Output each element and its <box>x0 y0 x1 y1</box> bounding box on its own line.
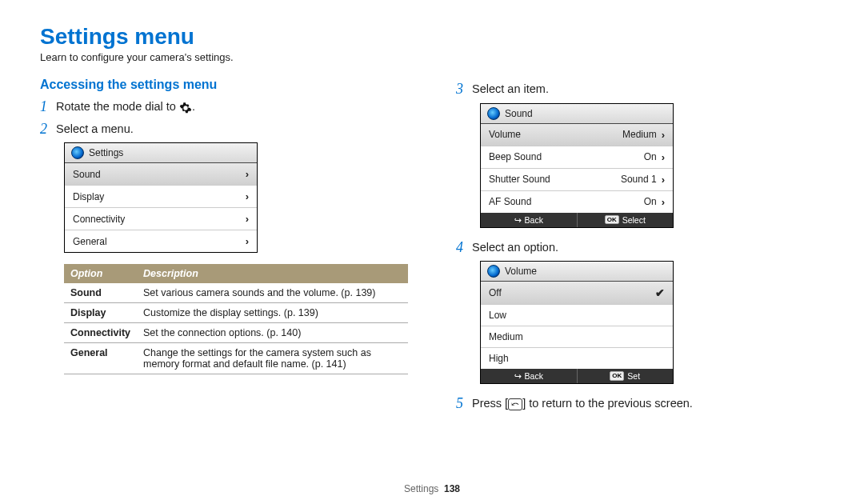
menu-row-value: On <box>644 151 657 162</box>
menu-row: AF SoundOn› <box>481 191 673 213</box>
table-row: ConnectivitySet the connection options. … <box>64 323 408 343</box>
page-title: Settings menu <box>40 24 824 50</box>
table-header-description: Description <box>137 264 408 283</box>
step-text: Rotate the mode dial to . <box>56 98 195 115</box>
footer-select: OKSelect <box>578 213 674 227</box>
step-number: 1 <box>40 98 56 116</box>
step-text: Select an item. <box>472 81 549 97</box>
ok-icon: OK <box>605 215 619 225</box>
menu-row: Low <box>481 305 673 326</box>
page-footer: Settings 138 <box>0 483 864 494</box>
menu-row-value: On <box>644 196 657 207</box>
option-name: General <box>64 343 137 374</box>
menu-row: Display› <box>65 186 257 208</box>
menu-row: High <box>481 348 673 369</box>
menu-row: Beep SoundOn› <box>481 146 673 169</box>
shot-header-label: Settings <box>89 147 123 158</box>
menu-row: Connectivity› <box>65 208 257 230</box>
menu-row-label: Medium <box>489 331 523 342</box>
options-table: Option Description SoundSet various came… <box>64 264 408 374</box>
chevron-right-icon: › <box>662 196 665 208</box>
screenshot-sound-menu: Sound VolumeMedium›Beep SoundOn›Shutter … <box>480 103 674 228</box>
shot-header-label: Volume <box>505 266 537 277</box>
settings-icon <box>487 107 500 120</box>
option-description: Customize the display settings. (p. 139) <box>137 303 408 323</box>
table-row: DisplayCustomize the display settings. (… <box>64 303 408 323</box>
chevron-right-icon: › <box>246 168 249 180</box>
option-name: Display <box>64 303 137 323</box>
menu-row-label: High <box>489 353 509 364</box>
step-number: 5 <box>456 395 472 413</box>
step-text: Select an option. <box>472 239 558 255</box>
settings-icon <box>71 146 84 159</box>
footer-back: ↩Back <box>481 213 578 227</box>
menu-row: Shutter SoundSound 1› <box>481 169 673 191</box>
menu-row-label: General <box>73 236 107 247</box>
table-row: GeneralChange the settings for the camer… <box>64 343 408 374</box>
menu-row-label: Off <box>489 287 502 298</box>
menu-row-value: Sound 1 <box>621 174 657 185</box>
menu-row: Off✔ <box>481 282 673 305</box>
section-heading: Accessing the settings menu <box>40 78 408 92</box>
menu-row-label: Beep Sound <box>489 151 542 162</box>
screenshot-settings-menu: Settings Sound›Display›Connectivity›Gene… <box>64 142 258 253</box>
menu-row-value: Medium <box>622 129 657 140</box>
return-icon: ↩ <box>514 215 522 225</box>
table-header-option: Option <box>64 264 137 283</box>
chevron-right-icon: › <box>662 174 665 186</box>
gear-icon <box>179 99 192 115</box>
chevron-right-icon: › <box>246 190 249 202</box>
chevron-right-icon: › <box>246 235 249 247</box>
step-number: 4 <box>456 239 472 257</box>
menu-row-label: AF Sound <box>489 196 531 207</box>
return-icon: ⤺ <box>508 398 522 410</box>
page-subtitle: Learn to configure your camera's setting… <box>40 51 824 63</box>
menu-row-label: Shutter Sound <box>489 174 550 185</box>
check-icon: ✔ <box>655 286 665 299</box>
ok-icon: OK <box>610 371 624 381</box>
screenshot-volume-menu: Volume Off✔LowMediumHigh ↩Back OKSet <box>480 261 674 384</box>
chevron-right-icon: › <box>662 129 665 141</box>
option-description: Set the connection options. (p. 140) <box>137 323 408 343</box>
option-description: Set various camera sounds and the volume… <box>137 283 408 303</box>
menu-row: Sound› <box>65 163 257 186</box>
right-column: 3 Select an item. Sound VolumeMedium›Bee… <box>456 78 824 418</box>
option-name: Sound <box>64 283 137 303</box>
return-icon: ↩ <box>514 371 522 381</box>
menu-row: VolumeMedium› <box>481 124 673 146</box>
footer-back: ↩Back <box>481 369 578 383</box>
left-column: Accessing the settings menu 1 Rotate the… <box>40 78 408 418</box>
settings-icon <box>487 265 500 278</box>
step-text: Press [⤺] to return to the previous scre… <box>472 395 693 411</box>
menu-row-label: Connectivity <box>73 214 125 225</box>
option-description: Change the settings for the camera syste… <box>137 343 408 374</box>
table-row: SoundSet various camera sounds and the v… <box>64 283 408 303</box>
chevron-right-icon: › <box>246 213 249 225</box>
step-number: 3 <box>456 81 472 98</box>
shot-header-label: Sound <box>505 108 533 119</box>
chevron-right-icon: › <box>662 151 665 163</box>
footer-set: OKSet <box>578 369 674 383</box>
step-text: Select a menu. <box>56 121 134 137</box>
option-name: Connectivity <box>64 323 137 343</box>
menu-row: General› <box>65 230 257 252</box>
menu-row-label: Volume <box>489 129 521 140</box>
menu-row-label: Low <box>489 310 506 321</box>
menu-row-label: Display <box>73 191 104 202</box>
menu-row-label: Sound <box>73 169 101 180</box>
menu-row: Medium <box>481 326 673 348</box>
step-number: 2 <box>40 121 56 138</box>
